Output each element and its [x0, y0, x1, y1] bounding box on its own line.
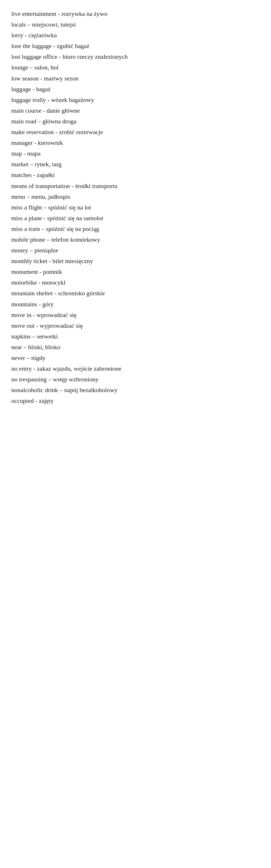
list-item: lounge – salon, hol: [11, 62, 260, 73]
list-item: move in - wprowadzać się: [11, 310, 260, 320]
list-item: money – pieniądze: [11, 245, 260, 256]
list-item: menu – menu, jadłospis: [11, 191, 260, 202]
list-item: lost luggage office - biuro rzeczy znale…: [11, 51, 260, 62]
list-item: luggage trolly - wózek bagażowy: [11, 95, 260, 105]
list-item: miss a plane - spóźnić się na samolot: [11, 213, 260, 223]
list-item: market – rynek, targ: [11, 159, 260, 169]
list-item: no entry - zakaz wjazdu, wejście zabroni…: [11, 363, 260, 374]
list-item: nonalcoholic drink – napój bezalkoholowy: [11, 385, 260, 396]
list-item: lose the luggage - zgubić bagaż: [11, 41, 260, 51]
list-item: locals – miejscowi, tutejsi: [11, 19, 260, 30]
list-item: means of transportation - środki transpo…: [11, 181, 260, 191]
list-item: map - mapa: [11, 148, 260, 159]
list-item: luggage - bagaż: [11, 84, 260, 95]
list-item: monthly ticket - bilet miesięczny: [11, 256, 260, 267]
list-item: monument - pomnik: [11, 267, 260, 277]
list-item: live entertainment - rozrywka na żywo: [11, 8, 260, 19]
list-item: no trespassing – wstęp wzbroniony: [11, 374, 260, 385]
list-item: near – bliski, blisko: [11, 342, 260, 352]
list-item: mobile phone – telefon komórkowy: [11, 234, 260, 245]
list-item: lorry - ciężarówka: [11, 30, 260, 41]
list-item: mountains - góry: [11, 299, 260, 310]
vocabulary-list: live entertainment - rozrywka na żywoloc…: [11, 8, 260, 406]
list-item: make reservation - zrobić rezerwacje: [11, 127, 260, 137]
list-item: occupied - zajęty: [11, 396, 260, 406]
list-item: napkins – serwetki: [11, 331, 260, 342]
list-item: low season - martwy sezon: [11, 73, 260, 84]
list-item: main road – główna droga: [11, 116, 260, 127]
list-item: manager - kierownik: [11, 137, 260, 148]
list-item: mountain shelter - schronisko górskie: [11, 288, 260, 299]
list-item: never – nigdy: [11, 352, 260, 363]
list-item: motorbike - motocykl: [11, 277, 260, 288]
list-item: matches - zapałki: [11, 169, 260, 180]
list-item: move out - wyprowadzać się: [11, 320, 260, 331]
list-item: main course - danie główne: [11, 105, 260, 116]
list-item: miss a flight – spóźnić się na lot: [11, 202, 260, 213]
list-item: miss a train – spóźnić się na pociąg: [11, 223, 260, 234]
